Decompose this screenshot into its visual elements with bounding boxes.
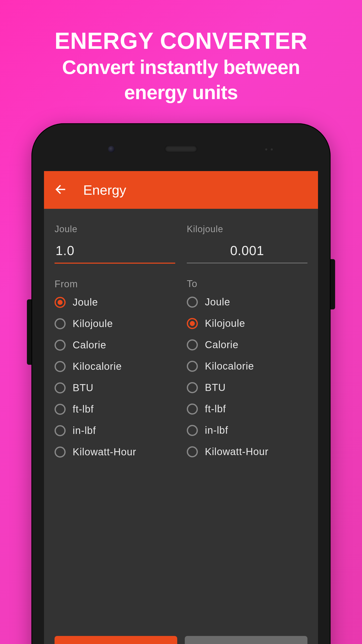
from-radio-item[interactable]: Calorie <box>55 339 175 351</box>
radio-icon <box>187 382 198 393</box>
radio-label: ft-lbf <box>73 404 94 415</box>
radio-label: BTU <box>205 382 226 393</box>
radio-label: Kilocalorie <box>205 360 254 372</box>
radio-icon <box>187 339 198 350</box>
radio-icon <box>187 318 198 329</box>
reset-button[interactable]: RESET <box>185 636 307 644</box>
phone-speaker <box>165 145 197 152</box>
to-radio-item[interactable]: in-lbf <box>187 425 307 436</box>
promo-sub-1: Convert instantly between <box>0 56 362 79</box>
to-radio-item[interactable]: Kilojoule <box>187 318 307 329</box>
app-screen: Energy Joule 1.0 From JouleKilojouleCalo… <box>44 171 318 644</box>
radio-label: Calorie <box>73 339 106 351</box>
promo-header: ENERGY CONVERTER Convert instantly betwe… <box>0 0 362 104</box>
radio-icon <box>55 361 66 372</box>
radio-label: Calorie <box>205 339 239 350</box>
from-radio-item[interactable]: Joule <box>55 297 175 308</box>
to-section-label: To <box>187 278 307 289</box>
radio-icon <box>55 318 66 329</box>
radio-icon <box>187 425 198 436</box>
to-radio-item[interactable]: Calorie <box>187 339 307 350</box>
radio-label: Kilowatt-Hour <box>73 446 136 458</box>
radio-icon <box>55 297 66 308</box>
radio-label: Joule <box>73 297 98 308</box>
radio-label: Kilocalorie <box>73 361 122 372</box>
to-radio-item[interactable]: Joule <box>187 296 307 308</box>
from-value-input[interactable]: 1.0 <box>55 240 175 264</box>
radio-icon <box>55 447 66 458</box>
radio-icon <box>55 404 66 415</box>
to-radio-list: JouleKilojouleCalorieKilocalorieBTUft-lb… <box>187 296 307 457</box>
radio-icon <box>187 297 198 308</box>
radio-label: Joule <box>205 296 230 308</box>
from-radio-item[interactable]: BTU <box>55 382 175 393</box>
to-radio-item[interactable]: BTU <box>187 382 307 393</box>
to-radio-item[interactable]: Kilocalorie <box>187 360 307 372</box>
footer-buttons: SWAP RESET <box>55 636 307 644</box>
app-bar-title: Energy <box>83 182 126 198</box>
from-column: Joule 1.0 From JouleKilojouleCalorieKilo… <box>55 224 175 458</box>
radio-label: BTU <box>73 382 94 393</box>
radio-label: ft-lbf <box>205 403 226 415</box>
radio-label: Kilojoule <box>205 318 245 329</box>
radio-label: Kilowatt-Hour <box>205 446 268 457</box>
to-value-output[interactable]: 0.001 <box>187 240 307 263</box>
to-radio-item[interactable]: ft-lbf <box>187 403 307 415</box>
app-bar: Energy <box>44 171 318 209</box>
from-radio-item[interactable]: Kilojoule <box>55 318 175 329</box>
from-radio-item[interactable]: ft-lbf <box>55 404 175 415</box>
radio-icon <box>187 361 198 372</box>
from-radio-item[interactable]: Kilowatt-Hour <box>55 446 175 458</box>
promo-title: ENERGY CONVERTER <box>0 28 362 54</box>
phone-sensor-dots <box>265 148 273 150</box>
phone-camera <box>108 146 115 152</box>
promo-sub-2: energy units <box>0 81 362 104</box>
from-radio-item[interactable]: in-lbf <box>55 425 175 436</box>
radio-icon <box>187 404 198 415</box>
back-arrow-icon[interactable] <box>54 182 68 197</box>
to-column: Kilojoule 0.001 To JouleKilojouleCalorie… <box>187 224 307 458</box>
radio-icon <box>55 382 66 393</box>
radio-icon <box>55 340 66 351</box>
to-unit-label: Kilojoule <box>187 224 307 234</box>
radio-icon <box>55 425 66 436</box>
from-radio-item[interactable]: Kilocalorie <box>55 361 175 372</box>
radio-label: in-lbf <box>205 425 228 436</box>
radio-label: in-lbf <box>73 425 96 436</box>
from-radio-list: JouleKilojouleCalorieKilocalorieBTUft-lb… <box>55 297 175 458</box>
to-radio-item[interactable]: Kilowatt-Hour <box>187 446 307 457</box>
swap-button[interactable]: SWAP <box>55 636 177 644</box>
from-unit-label: Joule <box>55 224 175 234</box>
phone-frame: Energy Joule 1.0 From JouleKilojouleCalo… <box>31 123 331 644</box>
from-section-label: From <box>55 279 175 290</box>
radio-label: Kilojoule <box>73 318 113 329</box>
radio-icon <box>187 446 198 457</box>
